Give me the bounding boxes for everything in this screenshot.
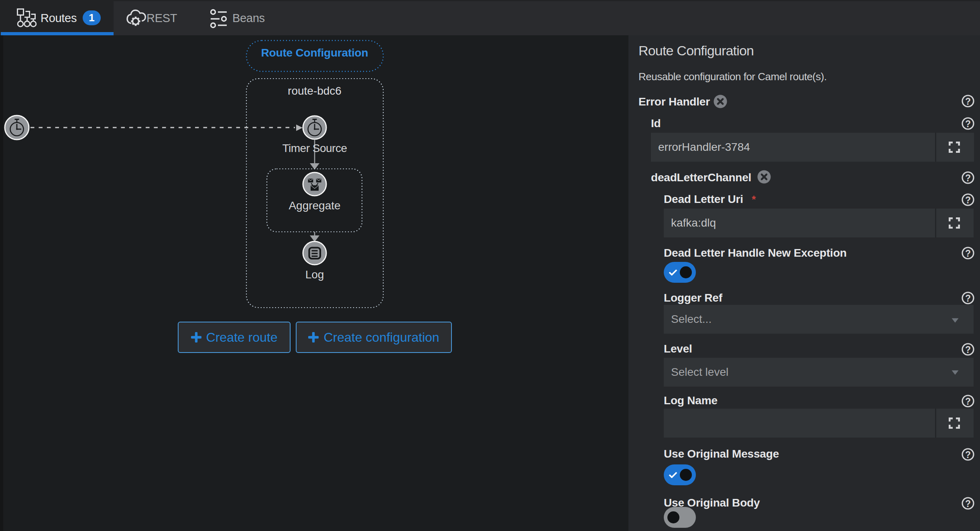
svg-text:?: ? (965, 345, 971, 355)
svg-text:Route Configuration: Route Configuration (261, 47, 368, 59)
svg-text:?: ? (965, 499, 971, 509)
svg-text:?: ? (965, 195, 971, 205)
svg-text:Log: Log (305, 268, 324, 281)
svg-text:?: ? (965, 173, 971, 183)
svg-text:?: ? (965, 248, 971, 259)
svg-text:?: ? (965, 450, 971, 460)
svg-text:Aggregate: Aggregate (289, 199, 340, 212)
svg-text:?: ? (965, 396, 971, 407)
svg-text:?: ? (965, 293, 971, 304)
svg-text:?: ? (965, 119, 971, 129)
svg-text:?: ? (965, 96, 971, 107)
svg-text:route-bdc6: route-bdc6 (288, 85, 342, 97)
svg-text:Timer Source: Timer Source (282, 142, 347, 154)
